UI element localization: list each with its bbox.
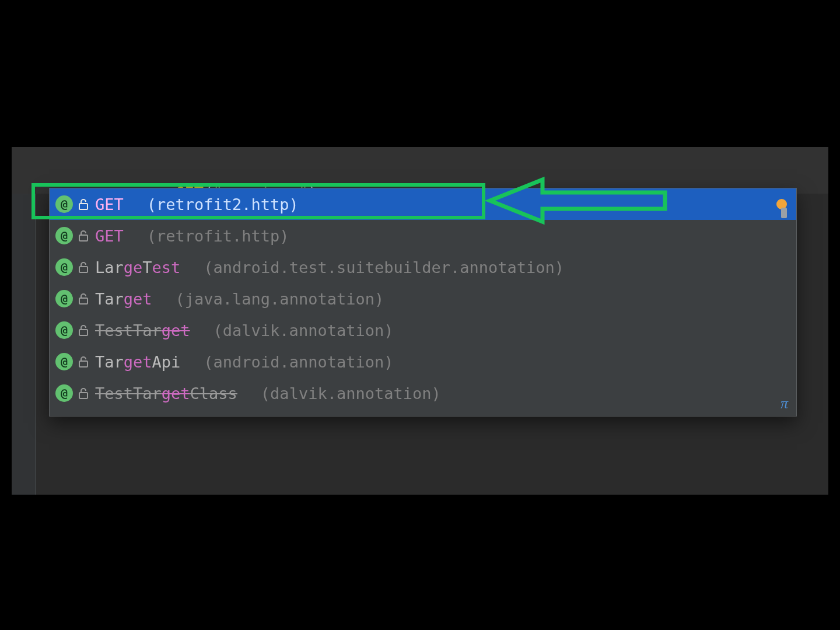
completion-name: TargetApi <box>95 353 180 371</box>
svg-rect-1 <box>79 235 88 241</box>
scroll-thumb-icon <box>781 208 787 218</box>
completion-package: (retrofit.http) <box>147 227 289 245</box>
completion-name: LargeTest <box>95 258 180 276</box>
svg-rect-4 <box>79 330 88 335</box>
completion-package: (android.test.suitebuilder.annotation) <box>204 258 564 276</box>
completion-popup[interactable]: @GET(retrofit2.http)@GET(retrofit.http)@… <box>49 188 797 416</box>
annotation-icon: @ <box>55 321 73 339</box>
completion-item[interactable]: @Target(java.lang.annotation) <box>50 283 796 314</box>
lock-icon <box>78 324 89 337</box>
pi-icon: π <box>780 395 788 412</box>
lock-icon <box>78 387 89 400</box>
completion-item[interactable]: @GET(retrofit.http) <box>50 220 796 251</box>
gutter-border <box>35 147 36 495</box>
completion-name: TestTarget <box>95 321 190 340</box>
lock-icon <box>78 355 89 368</box>
svg-rect-5 <box>79 361 88 367</box>
annotation-icon: @ <box>55 353 73 370</box>
editor-viewport: @GET("sessions") @GET(retrofit2.http)@GE… <box>12 147 828 495</box>
svg-rect-2 <box>79 267 88 272</box>
completion-name: GET <box>95 195 124 214</box>
completion-package: (java.lang.annotation) <box>176 290 384 308</box>
annotation-icon: @ <box>55 227 73 244</box>
completion-item[interactable]: @LargeTest(android.test.suitebuilder.ann… <box>50 251 796 283</box>
completion-package: (android.annotation) <box>204 353 393 371</box>
completion-item[interactable]: @TargetApi(android.annotation) <box>50 346 796 377</box>
completion-item[interactable]: @GET(retrofit2.http) <box>50 188 796 220</box>
completion-name: Target <box>95 290 152 308</box>
code-line-strip: @GET("sessions") <box>12 147 828 194</box>
annotation-icon: @ <box>55 290 73 307</box>
lock-icon <box>78 229 89 242</box>
completion-name: GET <box>95 227 124 245</box>
completion-package: (retrofit2.http) <box>147 195 299 214</box>
editor-gutter <box>12 147 35 495</box>
completion-item[interactable]: @TestTargetClass(dalvik.annotation) <box>50 377 796 409</box>
lock-icon <box>78 198 89 211</box>
annotation-icon: @ <box>55 384 73 402</box>
lock-icon <box>78 261 89 274</box>
annotation-icon: @ <box>55 195 73 213</box>
lock-icon <box>78 292 89 305</box>
completion-package: (dalvik.annotation) <box>214 321 394 340</box>
completion-package: (dalvik.annotation) <box>261 384 441 402</box>
svg-rect-0 <box>79 204 88 209</box>
caret-underline <box>92 184 135 186</box>
annotation-icon: @ <box>55 258 73 276</box>
svg-rect-3 <box>79 298 88 304</box>
completion-item[interactable]: @TestTarget(dalvik.annotation) <box>50 314 796 346</box>
screenshot-stage: @GET("sessions") @GET(retrofit2.http)@GE… <box>12 12 828 618</box>
completion-name: TestTargetClass <box>95 384 237 402</box>
svg-rect-6 <box>79 393 88 398</box>
